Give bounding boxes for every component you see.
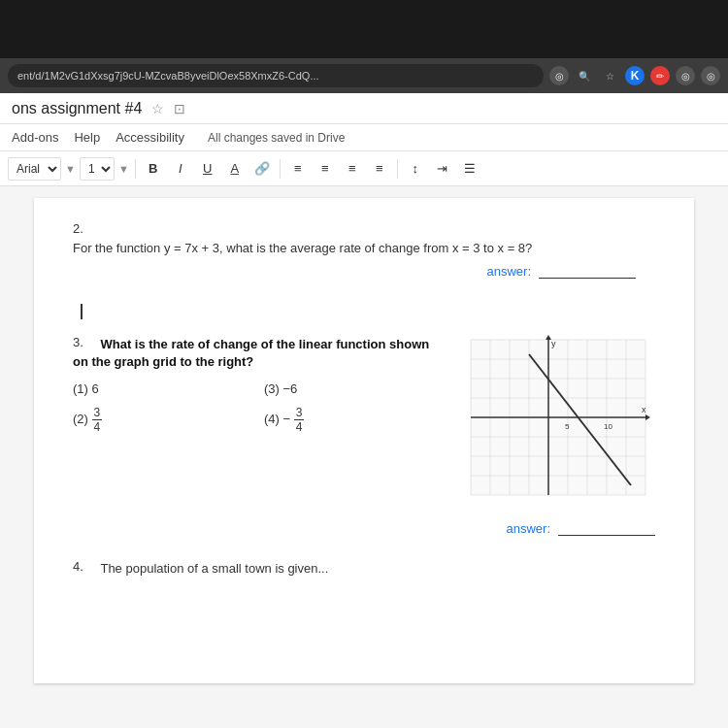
align-right-button[interactable]: ≡ xyxy=(341,157,364,181)
toolbar: Arial ▼ 11 ▼ B I U A 🔗 ≡ ≡ ≡ ≡ ↕ ⇥ ☰ xyxy=(0,151,728,186)
toolbar-arrow-size[interactable]: ▼ xyxy=(118,163,129,175)
toolbar-separator-1 xyxy=(135,159,136,179)
question-4: 4. The population of a small town is giv… xyxy=(73,559,655,577)
browser-bar: ent/d/1M2vG1dXxsg7j9cU-MZcvaB8yveiDlOex5… xyxy=(0,58,728,93)
align-center-button[interactable]: ≡ xyxy=(314,157,337,181)
saved-status: All changes saved in Drive xyxy=(208,131,345,145)
page: 2. For the function y = 7x + 3, what is … xyxy=(34,198,694,683)
menu-bar: Add-ons Help Accessibility All changes s… xyxy=(0,124,728,151)
toolbar-arrow-font[interactable]: ▼ xyxy=(65,163,76,175)
q3-left: 3. What is the rate of change of the lin… xyxy=(73,335,446,513)
align-justify-button[interactable]: ≡ xyxy=(368,157,391,181)
toolbar-separator-3 xyxy=(397,159,398,179)
italic-button[interactable]: I xyxy=(169,157,192,181)
underline-button[interactable]: U xyxy=(196,157,219,181)
svg-marker-18 xyxy=(645,414,650,420)
browser-icon-k[interactable]: K xyxy=(625,66,645,85)
fraction-4-num: 3 xyxy=(294,406,305,420)
browser-icon-1[interactable]: ◎ xyxy=(549,66,569,85)
doc-title-bar: ons assignment #4 ☆ ⊡ xyxy=(0,93,728,124)
doc-title[interactable]: ons assignment #4 xyxy=(12,100,142,117)
text-cursor xyxy=(77,302,655,319)
choice-2-label: (2) xyxy=(73,412,92,426)
q2-answer-field xyxy=(539,265,636,279)
question-2: 2. For the function y = 7x + 3, what is … xyxy=(73,221,655,279)
browser-icon-ext1[interactable]: ◎ xyxy=(676,66,695,85)
question-3: 3. What is the rate of change of the lin… xyxy=(73,335,655,536)
q2-answer-label: answer: xyxy=(486,264,531,279)
line-spacing-button[interactable]: ↕ xyxy=(404,157,427,181)
choice-2: (2) 3 4 xyxy=(73,406,254,435)
menu-addons[interactable]: Add-ons xyxy=(12,130,58,145)
choice-2-fraction: 3 4 xyxy=(92,406,103,435)
svg-text:5: 5 xyxy=(565,422,570,431)
doc-content: 2. For the function y = 7x + 3, what is … xyxy=(0,186,728,728)
browser-icons: ◎ 🔍 ☆ K ✏ ◎ ◎ xyxy=(549,66,720,85)
browser-icon-edit[interactable]: ✏ xyxy=(650,66,670,85)
fraction-2-num: 3 xyxy=(92,406,103,420)
q3-text: What is the rate of change of the linear… xyxy=(73,337,429,369)
star-icon[interactable]: ☆ xyxy=(151,101,164,116)
fraction-2-den: 4 xyxy=(92,420,103,434)
font-color-button[interactable]: A xyxy=(223,157,247,181)
q3-answer-field xyxy=(558,522,655,536)
drive-icon[interactable]: ⊡ xyxy=(174,101,185,116)
browser-icon-ext2[interactable]: ◎ xyxy=(701,66,720,85)
q3-header: 3. What is the rate of change of the lin… xyxy=(73,335,446,370)
q4-number: 4. xyxy=(73,559,96,574)
link-button[interactable]: 🔗 xyxy=(250,157,274,181)
choice-1: (1) 6 xyxy=(73,381,254,396)
q3-choices: (1) 6 (3) −6 (2) 3 4 xyxy=(73,381,446,435)
q2-text: For the function y = 7x + 3, what is the… xyxy=(73,241,632,255)
q3-container: 3. What is the rate of change of the lin… xyxy=(73,335,655,513)
choice-3-label: (3) −6 xyxy=(264,381,297,396)
list-button[interactable]: ☰ xyxy=(458,157,481,181)
align-left-button[interactable]: ≡ xyxy=(286,157,310,181)
url-text: ent/d/1M2vG1dXxsg7j9cU-MZcvaB8yveiDlOex5… xyxy=(17,70,319,82)
q3-number: 3. xyxy=(73,335,96,349)
choice-1-label: (1) 6 xyxy=(73,381,99,396)
browser-icon-star[interactable]: ☆ xyxy=(600,66,619,85)
font-selector[interactable]: Arial xyxy=(8,157,61,181)
bold-button[interactable]: B xyxy=(142,157,165,181)
choice-4: (4) − 3 4 xyxy=(264,406,446,435)
browser-icon-search[interactable]: 🔍 xyxy=(575,66,594,85)
menu-accessibility[interactable]: Accessibility xyxy=(116,130,184,145)
q3-graph: x y 5 10 xyxy=(461,335,655,513)
q2-number: 2. xyxy=(73,221,96,236)
choice-4-label: (4) − xyxy=(264,412,290,426)
menu-help[interactable]: Help xyxy=(74,130,100,145)
choice-4-fraction: 3 4 xyxy=(294,406,305,435)
choice-3: (3) −6 xyxy=(264,381,446,396)
q2-answer-line: answer: xyxy=(73,264,655,279)
q4-text: The population of a small town is given.… xyxy=(100,561,328,576)
q3-answer-line: answer: xyxy=(73,521,655,536)
svg-text:10: 10 xyxy=(604,422,612,431)
graph-svg: x y 5 10 xyxy=(461,335,655,510)
fraction-4-den: 4 xyxy=(294,420,305,434)
indent-button[interactable]: ⇥ xyxy=(431,157,454,181)
svg-text:y: y xyxy=(551,339,556,348)
q3-answer-label: answer: xyxy=(506,521,550,536)
toolbar-separator-2 xyxy=(280,159,281,179)
font-size-selector[interactable]: 11 xyxy=(80,157,115,181)
svg-text:x: x xyxy=(642,405,646,414)
url-bar[interactable]: ent/d/1M2vG1dXxsg7j9cU-MZcvaB8yveiDlOex5… xyxy=(8,64,544,87)
